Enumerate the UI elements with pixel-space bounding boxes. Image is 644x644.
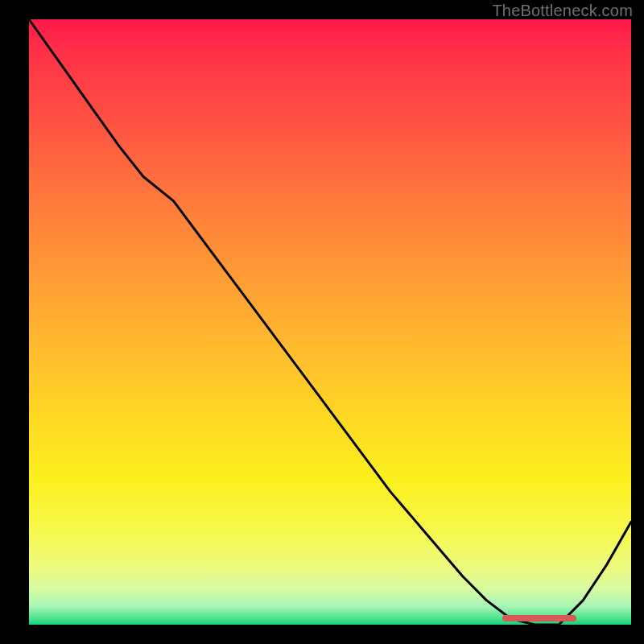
optimal-range-marker — [502, 615, 576, 621]
plot-area — [29, 19, 631, 625]
chart-frame: TheBottleneck.com — [0, 0, 644, 644]
attribution-text: TheBottleneck.com — [492, 2, 633, 20]
curve-line — [29, 19, 631, 625]
bottleneck-curve — [29, 19, 631, 625]
